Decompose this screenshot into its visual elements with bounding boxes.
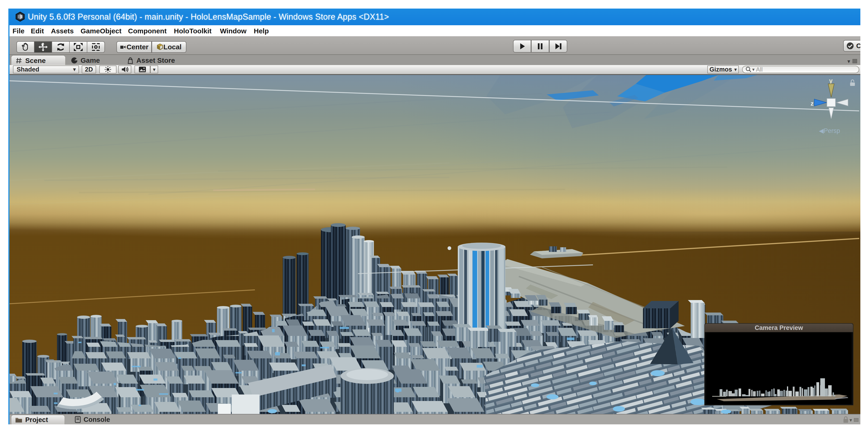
svg-text:y: y <box>829 77 833 84</box>
svg-text:z: z <box>811 100 814 107</box>
svg-text:◀Persp: ◀Persp <box>819 127 840 134</box>
